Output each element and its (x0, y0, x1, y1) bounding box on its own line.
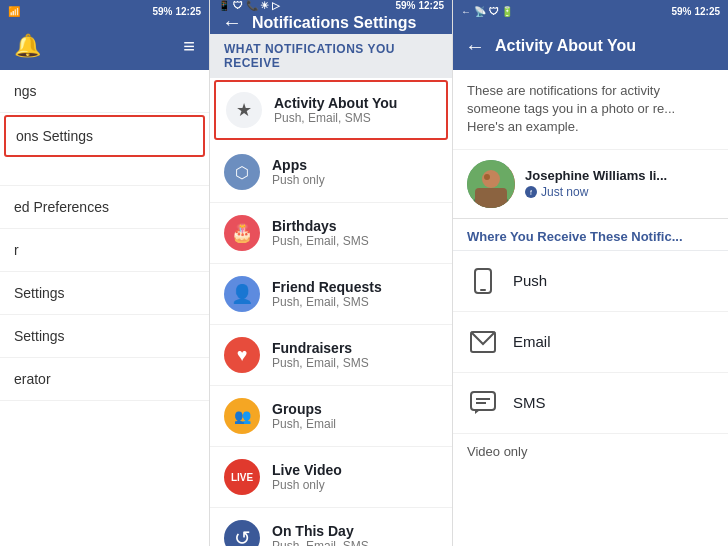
panel3-title: Activity About You (495, 37, 716, 55)
notif-text-groups: Groups Push, Email (272, 401, 336, 431)
sidebar-menu: ngs ons Settings ed Preferences r Settin… (0, 70, 209, 401)
icons-left-3: ← 📡 🛡 🔋 (461, 6, 513, 17)
notif-text-live-video: Live Video Push only (272, 462, 342, 492)
bell-icon: 🔔 (14, 33, 41, 59)
groups-icon: 👥 (224, 398, 260, 434)
sms-icon (467, 387, 499, 419)
push-icon (467, 265, 499, 297)
time-text: Just now (541, 185, 588, 199)
battery-1: 59% (152, 6, 172, 17)
sidebar-item-settings-2[interactable]: Settings (0, 315, 209, 358)
status-bar-right-1: 59% 12:25 (152, 6, 201, 17)
status-bar-left-2: 📱 🛡 📞 ☀ ▷ (218, 0, 280, 11)
envelope-icon (470, 331, 496, 353)
notification-detail: Josephine Williams li... f Just now (525, 168, 667, 199)
email-icon (467, 326, 499, 358)
sidebar-item-empty[interactable] (0, 159, 209, 186)
panel3-header: ← Activity About You (453, 22, 728, 70)
hamburger-icon[interactable]: ≡ (183, 35, 195, 58)
notif-item-fundraisers[interactable]: ♥ Fundraisers Push, Email, SMS (210, 325, 452, 386)
chat-icon (470, 391, 496, 415)
status-bar-right-2: 59% 12:25 (395, 0, 444, 11)
back-button-2[interactable]: ← (222, 11, 242, 34)
panel1-header: 🔔 ≡ (0, 22, 209, 70)
apps-icon: ⬡ (224, 154, 260, 190)
receive-item-sms[interactable]: SMS (453, 373, 728, 434)
phone-icon (470, 268, 496, 294)
panel2-title: Notifications Settings (252, 14, 440, 32)
time-2: 12:25 (418, 0, 444, 11)
notif-text-fundraisers: Fundraisers Push, Email, SMS (272, 340, 369, 370)
birthday-icon: 🎂 (224, 215, 260, 251)
time-indicator: f Just now (525, 185, 667, 199)
avatar (467, 160, 515, 208)
person-name: Josephine Williams li... (525, 168, 667, 183)
time-3: 12:25 (694, 6, 720, 17)
star-icon: ★ (226, 92, 262, 128)
sidebar-item-notifications-settings[interactable]: ons Settings (4, 115, 205, 157)
notif-text-on-this-day: On This Day Push, Email, SMS (272, 523, 369, 546)
status-bar-left-3: ← 📡 🛡 🔋 (461, 6, 513, 17)
sidebar-item-settings-1[interactable]: Settings (0, 272, 209, 315)
battery-2: 59% (395, 0, 415, 11)
time-dot: f (525, 186, 537, 198)
svg-text:f: f (530, 189, 532, 196)
video-only-text: Video only (453, 434, 728, 469)
time-1: 12:25 (175, 6, 201, 17)
status-bar-2: 📱 🛡 📞 ☀ ▷ 59% 12:25 (210, 0, 452, 11)
status-bar-1: 📶 59% 12:25 (0, 0, 209, 22)
live-icon: LIVE (224, 459, 260, 495)
friend-icon: 👤 (224, 276, 260, 312)
panel2-header: ← Notifications Settings (210, 11, 452, 34)
status-bar-3: ← 📡 🛡 🔋 59% 12:25 (453, 0, 728, 22)
status-bar-left-1: 📶 (8, 6, 20, 17)
notif-item-on-this-day[interactable]: ↺ On This Day Push, Email, SMS (210, 508, 452, 546)
notif-item-apps[interactable]: ⬡ Apps Push only (210, 142, 452, 203)
section-header-2: What Notifications You Receive (210, 34, 452, 78)
receive-section-header: Where You Receive These Notific... (453, 219, 728, 251)
panel-right: ← 📡 🛡 🔋 59% 12:25 ← Activity About You T… (453, 0, 728, 546)
status-bar-right-3: 59% 12:25 (671, 6, 720, 17)
notif-item-birthdays[interactable]: 🎂 Birthdays Push, Email, SMS (210, 203, 452, 264)
sidebar-item-erator[interactable]: erator (0, 358, 209, 401)
notif-item-groups[interactable]: 👥 Groups Push, Email (210, 386, 452, 447)
notif-text-activity: Activity About You Push, Email, SMS (274, 95, 397, 125)
email-label: Email (513, 333, 551, 350)
facebook-dot-icon: f (526, 187, 536, 197)
wifi-icon: 📶 (8, 6, 20, 17)
notif-text-birthdays: Birthdays Push, Email, SMS (272, 218, 369, 248)
notification-list: ★ Activity About You Push, Email, SMS ⬡ … (210, 78, 452, 546)
notif-item-friend-requests[interactable]: 👤 Friend Requests Push, Email, SMS (210, 264, 452, 325)
sidebar-item-preferences[interactable]: ed Preferences (0, 186, 209, 229)
battery-3: 59% (671, 6, 691, 17)
svg-point-4 (484, 174, 490, 180)
fundraiser-icon: ♥ (224, 337, 260, 373)
example-card: Josephine Williams li... f Just now (453, 150, 728, 219)
svg-point-2 (482, 170, 500, 188)
receive-item-push[interactable]: Push (453, 251, 728, 312)
notif-text-friend-requests: Friend Requests Push, Email, SMS (272, 279, 382, 309)
sidebar-item-ngs[interactable]: ngs (0, 70, 209, 113)
notif-item-live-video[interactable]: LIVE Live Video Push only (210, 447, 452, 508)
icons-left-2: 📱 🛡 📞 ☀ ▷ (218, 0, 280, 11)
sidebar-item-r[interactable]: r (0, 229, 209, 272)
avatar-image (467, 160, 515, 208)
notif-item-activity[interactable]: ★ Activity About You Push, Email, SMS (214, 80, 448, 140)
description-text: These are notifications for activity som… (453, 70, 728, 150)
push-label: Push (513, 272, 547, 289)
svg-rect-3 (475, 188, 507, 208)
panel-left: 📶 59% 12:25 🔔 ≡ ngs ons Settings ed Pref… (0, 0, 210, 546)
svg-rect-10 (471, 392, 495, 410)
sms-label: SMS (513, 394, 546, 411)
back-button-3[interactable]: ← (465, 35, 485, 58)
onthisday-icon: ↺ (224, 520, 260, 546)
receive-item-email[interactable]: Email (453, 312, 728, 373)
notif-text-apps: Apps Push only (272, 157, 325, 187)
panel-middle: 📱 🛡 📞 ☀ ▷ 59% 12:25 ← Notifications Sett… (210, 0, 453, 546)
